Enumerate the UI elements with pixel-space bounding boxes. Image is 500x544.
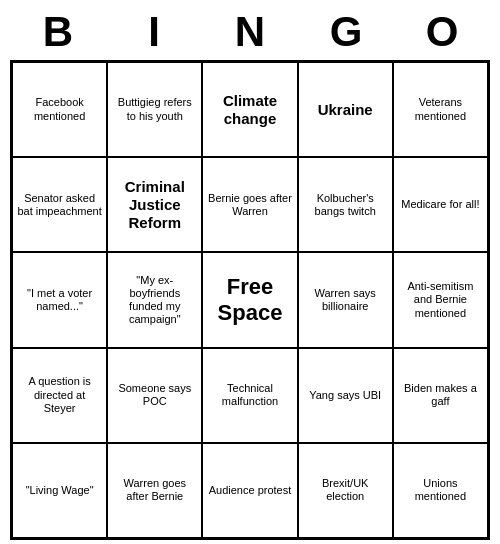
cell-text-3: Ukraine xyxy=(318,101,373,119)
bingo-letter-n: N xyxy=(206,8,294,56)
cell-text-8: Kolbucher's bangs twitch xyxy=(303,192,388,218)
bingo-cell-5: Senator asked bat impeachment xyxy=(12,157,107,252)
bingo-cell-19: Biden makes a gaff xyxy=(393,348,488,443)
cell-text-11: "My ex-boyfriends funded my campaign" xyxy=(112,274,197,327)
bingo-cell-12: Free Space xyxy=(202,252,297,347)
bingo-letter-b: B xyxy=(14,8,102,56)
bingo-letter-o: O xyxy=(398,8,486,56)
bingo-cell-11: "My ex-boyfriends funded my campaign" xyxy=(107,252,202,347)
bingo-cell-6: Criminal Justice Reform xyxy=(107,157,202,252)
cell-text-14: Anti-semitism and Bernie mentioned xyxy=(398,280,483,320)
bingo-cell-16: Someone says POC xyxy=(107,348,202,443)
bingo-cell-14: Anti-semitism and Bernie mentioned xyxy=(393,252,488,347)
bingo-header: BINGO xyxy=(10,0,490,60)
cell-text-5: Senator asked bat impeachment xyxy=(17,192,102,218)
bingo-cell-21: Warren goes after Bernie xyxy=(107,443,202,538)
bingo-cell-0: Facebook mentioned xyxy=(12,62,107,157)
bingo-cell-9: Medicare for all! xyxy=(393,157,488,252)
bingo-grid: Facebook mentionedButtigieg refers to hi… xyxy=(10,60,490,540)
bingo-cell-7: Bernie goes after Warren xyxy=(202,157,297,252)
bingo-cell-2: Climate change xyxy=(202,62,297,157)
cell-text-20: "Living Wage" xyxy=(26,484,94,497)
bingo-cell-18: Yang says UBI xyxy=(298,348,393,443)
bingo-letter-g: G xyxy=(302,8,390,56)
cell-text-10: "I met a voter named..." xyxy=(17,287,102,313)
bingo-cell-20: "Living Wage" xyxy=(12,443,107,538)
cell-text-17: Technical malfunction xyxy=(207,382,292,408)
cell-text-2: Climate change xyxy=(207,92,292,128)
cell-text-16: Someone says POC xyxy=(112,382,197,408)
bingo-cell-8: Kolbucher's bangs twitch xyxy=(298,157,393,252)
cell-text-1: Buttigieg refers to his youth xyxy=(112,96,197,122)
bingo-cell-17: Technical malfunction xyxy=(202,348,297,443)
cell-text-21: Warren goes after Bernie xyxy=(112,477,197,503)
bingo-cell-15: A question is directed at Steyer xyxy=(12,348,107,443)
cell-text-0: Facebook mentioned xyxy=(17,96,102,122)
cell-text-6: Criminal Justice Reform xyxy=(112,178,197,232)
bingo-letter-i: I xyxy=(110,8,198,56)
cell-text-22: Audience protest xyxy=(209,484,292,497)
cell-text-9: Medicare for all! xyxy=(401,198,479,211)
bingo-cell-4: Veterans mentioned xyxy=(393,62,488,157)
bingo-cell-3: Ukraine xyxy=(298,62,393,157)
bingo-cell-22: Audience protest xyxy=(202,443,297,538)
cell-text-7: Bernie goes after Warren xyxy=(207,192,292,218)
bingo-cell-13: Warren says billionaire xyxy=(298,252,393,347)
cell-text-18: Yang says UBI xyxy=(309,389,381,402)
cell-text-19: Biden makes a gaff xyxy=(398,382,483,408)
cell-text-12: Free Space xyxy=(207,274,292,327)
bingo-cell-10: "I met a voter named..." xyxy=(12,252,107,347)
cell-text-24: Unions mentioned xyxy=(398,477,483,503)
cell-text-15: A question is directed at Steyer xyxy=(17,375,102,415)
cell-text-23: Brexit/UK election xyxy=(303,477,388,503)
cell-text-13: Warren says billionaire xyxy=(303,287,388,313)
bingo-cell-1: Buttigieg refers to his youth xyxy=(107,62,202,157)
bingo-cell-23: Brexit/UK election xyxy=(298,443,393,538)
cell-text-4: Veterans mentioned xyxy=(398,96,483,122)
bingo-cell-24: Unions mentioned xyxy=(393,443,488,538)
